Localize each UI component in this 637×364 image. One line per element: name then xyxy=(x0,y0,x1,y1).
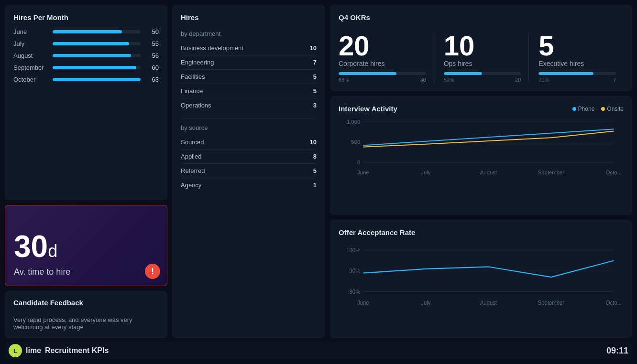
offer-acceptance-card: Offer Acceptance Rate 100%90%80%JuneJuly… xyxy=(330,220,632,339)
avg-hire-label: Av. time to hire xyxy=(14,267,158,277)
source-rows: Sourced 10 Applied 8 Referred 5 Agency 1 xyxy=(181,135,317,192)
hires-card: Hires by department Business development… xyxy=(172,5,325,338)
svg-text:September: September xyxy=(538,170,565,175)
bar-track xyxy=(53,42,141,45)
bar-value: 56 xyxy=(145,52,159,59)
svg-text:0: 0 xyxy=(357,160,360,165)
svg-text:June: June xyxy=(357,299,369,305)
legend-item: Onsite xyxy=(601,106,624,112)
svg-text:80%: 80% xyxy=(350,288,361,294)
department-row: Business development 10 xyxy=(181,41,317,55)
svg-text:August: August xyxy=(480,170,497,175)
svg-text:100%: 100% xyxy=(346,246,360,253)
bar-chart: June 50 July 55 August 56 September 60 O… xyxy=(13,28,159,88)
bar-fill xyxy=(53,30,122,33)
svg-text:August: August xyxy=(480,299,497,305)
svg-text:September: September xyxy=(538,299,564,305)
clock: 09:11 xyxy=(606,346,628,356)
department-rows: Business development 10 Engineering 7 Fa… xyxy=(181,41,317,112)
alert-icon: ! xyxy=(145,264,160,279)
offer-title: Offer Acceptance Rate xyxy=(339,228,624,236)
bar-fill xyxy=(53,42,129,45)
feedback-title: Candidate Feedback xyxy=(13,299,159,307)
interview-title: Interview Activity xyxy=(339,105,397,113)
department-row: Operations 3 xyxy=(181,98,317,112)
bar-label: August xyxy=(13,52,48,59)
avg-hire-number: 30d xyxy=(14,229,158,264)
by-department-subtitle: by department xyxy=(181,30,317,37)
bar-value: 55 xyxy=(145,40,159,47)
bar-fill xyxy=(53,66,136,69)
interview-legend: PhoneOnsite xyxy=(572,106,624,112)
interview-chart: 1,0005000JuneJulyAugustSeptemberOcto... xyxy=(339,115,624,177)
by-source-subtitle: by source xyxy=(181,124,317,131)
avg-hire-card: 30d Av. time to hire ! xyxy=(5,205,167,286)
feedback-text: Very rapid process, and everyone was ver… xyxy=(13,316,159,331)
source-row: Sourced 10 xyxy=(181,135,317,150)
okr-metrics: 20 Corporate hires 66% 30 10 Ops hires 5… xyxy=(339,32,624,83)
interview-activity-card: Interview Activity PhoneOnsite 1,0005000… xyxy=(330,96,632,215)
q4-title: Q4 OKRs xyxy=(339,13,624,21)
source-row: Agency 1 xyxy=(181,178,317,192)
svg-text:Octo...: Octo... xyxy=(606,170,622,175)
department-row: Finance 5 xyxy=(181,84,317,98)
svg-text:500: 500 xyxy=(351,139,360,145)
feedback-card: Candidate Feedback Very rapid process, a… xyxy=(5,291,167,338)
bar-row: June 50 xyxy=(13,28,159,35)
svg-text:1,000: 1,000 xyxy=(347,119,360,125)
footer: L lime Recruitment KPIs 09:11 xyxy=(5,342,632,359)
brand-name: lime xyxy=(26,346,41,355)
okr-metric: 20 Corporate hires 66% 30 xyxy=(339,32,434,83)
bar-label: September xyxy=(13,64,48,71)
bar-row: September 60 xyxy=(13,64,159,71)
bar-track xyxy=(53,66,141,69)
hires-title: Hires xyxy=(181,13,317,21)
bar-row: July 55 xyxy=(13,40,159,47)
hires-per-month-title: Hires Per Month xyxy=(13,13,159,21)
svg-text:June: June xyxy=(357,170,369,175)
svg-text:Octo...: Octo... xyxy=(606,299,622,305)
okr-metric: 10 Ops hires 50% 20 xyxy=(434,32,529,83)
bar-value: 63 xyxy=(145,76,159,83)
svg-text:July: July xyxy=(421,299,430,305)
hires-per-month-card: Hires Per Month June 50 July 55 August 5… xyxy=(5,5,167,200)
source-row: Referred 5 xyxy=(181,164,317,178)
footer-title: Recruitment KPIs xyxy=(45,346,109,355)
source-row: Applied 8 xyxy=(181,150,317,164)
bar-value: 50 xyxy=(145,28,159,35)
bar-fill xyxy=(53,54,131,57)
bar-track xyxy=(53,78,141,81)
legend-item: Phone xyxy=(572,106,595,112)
okr-metric: 5 Executive hires 71% 7 xyxy=(528,32,624,83)
offer-chart: 100%90%80%JuneJulyAugustSeptemberOcto... xyxy=(339,245,624,307)
bar-label: July xyxy=(13,40,48,47)
bar-row: October 63 xyxy=(13,76,159,83)
lime-logo: L xyxy=(9,344,22,357)
brand: L lime Recruitment KPIs xyxy=(9,344,109,357)
q4-okrs-card: Q4 OKRs 20 Corporate hires 66% 30 10 Ops… xyxy=(330,5,632,91)
svg-text:90%: 90% xyxy=(350,268,361,274)
bar-label: October xyxy=(13,76,48,83)
bar-row: August 56 xyxy=(13,52,159,59)
bar-label: June xyxy=(13,28,48,35)
bar-track xyxy=(53,54,141,57)
svg-text:July: July xyxy=(421,170,431,175)
bar-value: 60 xyxy=(145,64,159,71)
bar-track xyxy=(53,30,141,33)
bar-fill xyxy=(53,78,141,81)
department-row: Facilities 5 xyxy=(181,70,317,84)
department-row: Engineering 7 xyxy=(181,55,317,70)
